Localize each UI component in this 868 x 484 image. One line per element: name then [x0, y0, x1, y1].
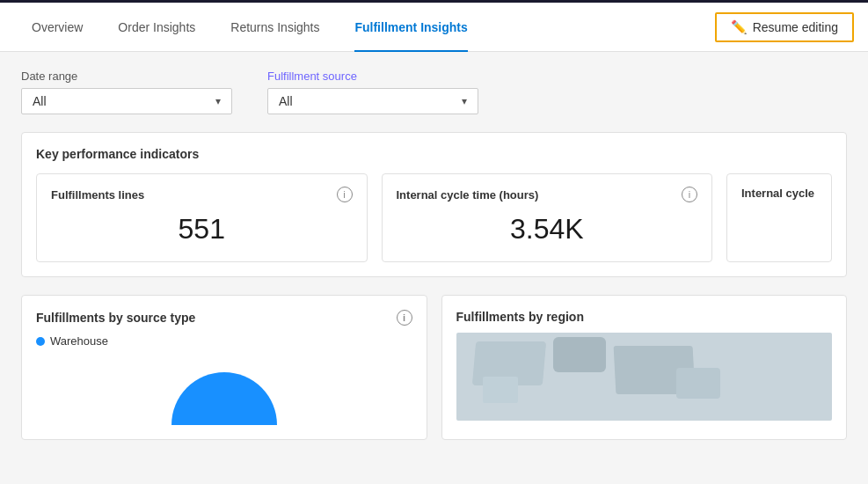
- chart-title-source-type: Fulfillments by source type i: [36, 310, 412, 326]
- fulfillment-source-select[interactable]: All ▾: [267, 88, 478, 114]
- kpi-value-2: 3.54K: [397, 209, 698, 249]
- fulfillment-source-filter: Fulfillment source All ▾: [267, 70, 478, 114]
- info-icon-source-type[interactable]: i: [397, 310, 412, 326]
- chart-title-region-text: Fulfillments by region: [456, 310, 584, 324]
- chart-title-source-type-text: Fulfillments by source type: [36, 311, 195, 325]
- kpi-card-fulfillment-lines: Fulfillments lines i 551: [36, 173, 368, 262]
- kpi-cards-container: Fulfillments lines i 551 Internal cycle …: [36, 173, 832, 262]
- date-range-select[interactable]: All ▾: [21, 88, 232, 114]
- map-container: [456, 333, 833, 421]
- chart-title-region: Fulfillments by region: [456, 310, 833, 324]
- kpi-card-header-3: Internal cycle: [741, 187, 817, 200]
- kpi-section-title: Key performance indicators: [36, 147, 832, 161]
- charts-row: Fulfillments by source type i Warehouse …: [21, 295, 847, 440]
- main-content: Date range All ▾ Fulfillment source All …: [0, 52, 868, 458]
- tab-fulfillment-insights[interactable]: Fulfillment Insights: [337, 3, 485, 52]
- resume-editing-label: Resume editing: [753, 20, 838, 34]
- legend-label-warehouse: Warehouse: [50, 334, 108, 348]
- chart-card-source-type: Fulfillments by source type i Warehouse: [21, 295, 427, 440]
- chevron-down-icon-2: ▾: [462, 95, 467, 107]
- date-range-filter: Date range All ▾: [21, 70, 232, 114]
- map-land-5: [676, 368, 720, 399]
- tab-order-insights[interactable]: Order Insights: [100, 3, 213, 52]
- chart-card-region: Fulfillments by region: [441, 295, 848, 440]
- map-land-4: [483, 377, 518, 403]
- kpi-card-header-1: Fulfillments lines i: [51, 187, 353, 202]
- info-icon-2[interactable]: i: [682, 187, 697, 202]
- kpi-card-title-2: Internal cycle time (hours): [397, 188, 539, 202]
- filters-row: Date range All ▾ Fulfillment source All …: [21, 70, 847, 114]
- kpi-card-internal-cycle-time: Internal cycle time (hours) i 3.54K: [382, 173, 713, 262]
- legend-item-warehouse: Warehouse: [36, 334, 412, 348]
- kpi-section: Key performance indicators Fulfillments …: [21, 132, 847, 277]
- kpi-value-1: 551: [51, 209, 353, 249]
- pie-chart-container: [36, 355, 412, 425]
- edit-pencil-icon: ✏️: [731, 19, 748, 35]
- tab-overview[interactable]: Overview: [14, 3, 100, 52]
- info-icon-1[interactable]: i: [337, 187, 353, 202]
- top-navigation: Overview Order Insights Returns Insights…: [0, 3, 868, 52]
- kpi-card-title-1: Fulfillments lines: [51, 188, 144, 202]
- fulfillment-source-label: Fulfillment source: [267, 70, 478, 83]
- date-range-value: All: [33, 94, 47, 108]
- map-land-2: [553, 337, 606, 372]
- kpi-card-header-2: Internal cycle time (hours) i: [397, 187, 698, 202]
- pie-chart-shape: [171, 372, 277, 425]
- tab-returns-insights[interactable]: Returns Insights: [213, 3, 337, 52]
- fulfillment-source-value: All: [279, 94, 293, 108]
- kpi-card-title-3: Internal cycle: [741, 187, 814, 200]
- chevron-down-icon: ▾: [215, 95, 221, 107]
- legend-dot-warehouse: [36, 337, 45, 346]
- kpi-card-internal-cycle-partial: Internal cycle: [726, 173, 832, 262]
- date-range-label: Date range: [21, 70, 232, 83]
- resume-editing-button[interactable]: ✏️ Resume editing: [715, 12, 854, 42]
